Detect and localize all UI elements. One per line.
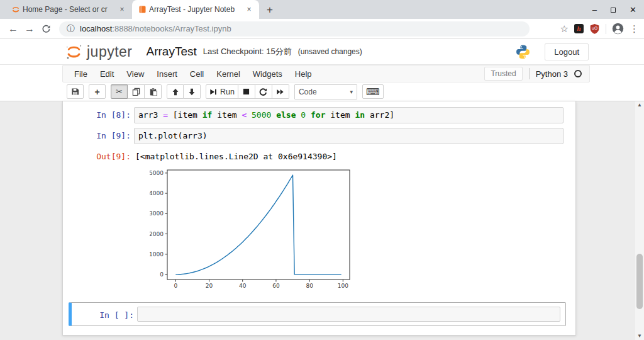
python-logo-icon — [515, 44, 531, 60]
output-row-9: Out[9]: [<matplotlib.lines.Line2D at 0x6… — [63, 149, 575, 161]
jupyter-logo[interactable] — [65, 43, 83, 61]
maximize-icon — [611, 8, 616, 13]
browser-address-bar: ← → ⓘ localhost:8888/notebooks/ArrayTest… — [0, 19, 644, 39]
output-prompt: Out[9]: — [63, 149, 134, 161]
address-bar-actions: ☆ h uO ⋮ — [560, 23, 639, 35]
tab-close-icon[interactable]: × — [244, 4, 254, 14]
url-path: :8888/notebooks/ArrayTest.ipynb — [112, 24, 231, 33]
svg-text:40: 40 — [239, 283, 247, 289]
reload-button[interactable] — [38, 21, 54, 37]
tab-title: ArrayTest - Jupyter Noteb — [149, 5, 242, 14]
unsaved-changes-label: (unsaved changes) — [298, 47, 362, 56]
run-icon — [209, 88, 217, 96]
empty-code-input[interactable] — [137, 307, 560, 322]
menu-view[interactable]: View — [120, 65, 150, 82]
tab-arraytest[interactable]: ArrayTest - Jupyter Noteb × — [132, 0, 259, 19]
menu-insert[interactable]: Insert — [150, 65, 184, 82]
jupyter-header: jupyter ArrayTest Last Checkpoint: 15分前 … — [0, 39, 644, 65]
copy-cell-button[interactable] — [128, 84, 145, 99]
back-button[interactable]: ← — [5, 21, 21, 37]
trusted-badge[interactable]: Trusted — [484, 67, 522, 81]
new-tab-button[interactable]: + — [262, 3, 278, 19]
command-palette-button[interactable]: ⌨ — [362, 84, 384, 99]
add-cell-button[interactable]: + — [89, 84, 106, 99]
arrow-up-icon — [172, 88, 179, 96]
input-prompt: In [9]: — [63, 128, 134, 140]
svg-text:20: 20 — [206, 283, 213, 289]
window-controls: – ✕ — [592, 0, 640, 19]
save-button[interactable] — [67, 84, 84, 99]
menubar-right: Trusted Python 3 — [484, 67, 584, 81]
scrollbar-thumb[interactable] — [636, 254, 643, 309]
code-input-9[interactable]: plt.plot(arr3) — [134, 128, 564, 144]
jupyter-favicon — [11, 5, 20, 14]
svg-text:0: 0 — [160, 271, 164, 278]
notebook-title[interactable]: ArrayTest — [147, 45, 197, 59]
interrupt-kernel-button[interactable] — [238, 84, 255, 99]
menu-file[interactable]: File — [68, 65, 94, 82]
url-host: localhost — [80, 24, 112, 33]
svg-text:100: 100 — [338, 283, 348, 289]
move-cell-up-button[interactable] — [167, 84, 184, 99]
chevron-down-icon: ▾ — [350, 89, 353, 95]
minimize-button[interactable]: – — [592, 5, 597, 14]
menu-edit[interactable]: Edit — [94, 65, 120, 82]
maximize-button[interactable] — [611, 5, 616, 14]
bookmark-star-icon[interactable]: ☆ — [560, 23, 569, 35]
profile-avatar[interactable] — [612, 23, 624, 35]
scroll-up-icon[interactable]: ▲ — [635, 101, 644, 109]
forward-button[interactable]: → — [21, 21, 38, 37]
scroll-down-icon[interactable]: ▼ — [635, 332, 644, 340]
tab-title: Home Page - Select or cr — [23, 5, 114, 14]
save-icon — [71, 88, 79, 96]
ublock-shield-icon[interactable]: uO — [589, 23, 600, 34]
input-prompt: In [8]: — [63, 107, 134, 120]
browser-menu-icon[interactable]: ⋮ — [630, 23, 639, 35]
restart-run-all-button[interactable] — [272, 84, 289, 99]
menu-cell[interactable]: Cell — [184, 65, 210, 82]
stop-icon — [243, 88, 250, 95]
page-info-icon[interactable]: ⓘ — [67, 23, 75, 35]
svg-text:2000: 2000 — [150, 231, 164, 237]
menu-row: File Edit View Insert Cell Kernel Widget… — [0, 65, 644, 82]
svg-text:3000: 3000 — [150, 210, 164, 217]
svg-text:0: 0 — [174, 283, 177, 289]
plus-icon: + — [94, 88, 99, 96]
divider — [529, 68, 530, 79]
jupyter-wordmark[interactable]: jupyter — [87, 43, 133, 60]
divider — [606, 24, 606, 34]
svg-text:uO: uO — [592, 26, 597, 31]
logout-button[interactable]: Logout — [545, 43, 589, 60]
matplotlib-figure: 020406080100010002000300040005000 — [150, 164, 352, 296]
code-cell-8[interactable]: In [8]: arr3 = [item if item < 5000 else… — [63, 107, 575, 123]
restart-icon — [259, 88, 267, 96]
paste-cell-button[interactable] — [145, 84, 162, 99]
reload-icon — [42, 24, 51, 33]
tab-close-icon[interactable]: × — [117, 4, 127, 14]
cut-cell-button[interactable]: ✂ — [111, 84, 128, 99]
notebook-container: In [8]: arr3 = [item if item < 5000 else… — [62, 101, 576, 336]
scrollbar[interactable]: ▲ ▼ — [635, 101, 644, 340]
run-cell-button[interactable]: Run — [206, 84, 238, 99]
menu-help[interactable]: Help — [289, 65, 318, 82]
tab-home-page[interactable]: Home Page - Select or cr × — [5, 0, 132, 19]
selected-empty-cell[interactable]: In [ ]: — [69, 302, 566, 326]
menu-widgets[interactable]: Widgets — [247, 65, 289, 82]
restart-kernel-button[interactable] — [255, 84, 272, 99]
url-field[interactable]: ⓘ localhost:8888/notebooks/ArrayTest.ipy… — [59, 21, 530, 37]
input-prompt: In [ ]: — [72, 309, 137, 320]
code-cell-9[interactable]: In [9]: plt.plot(arr3) — [63, 128, 575, 144]
keyboard-icon: ⌨ — [366, 86, 380, 98]
close-window-button[interactable]: ✕ — [630, 5, 636, 14]
url-text: localhost:8888/notebooks/ArrayTest.ipynb — [80, 24, 231, 33]
output-text: [<matplotlib.lines.Line2D at 0x6e914390>… — [134, 149, 337, 161]
cell-type-select[interactable]: Code ▾ — [294, 84, 357, 99]
move-cell-down-button[interactable] — [184, 84, 201, 99]
code-input-8[interactable]: arr3 = [item if item < 5000 else 0 for i… — [134, 107, 564, 123]
copy-icon — [132, 88, 140, 96]
menu-kernel[interactable]: Kernel — [210, 65, 247, 82]
svg-text:80: 80 — [306, 283, 313, 289]
extension-h-icon[interactable]: h — [574, 24, 584, 33]
kernel-name: Python 3 — [536, 69, 568, 79]
fast-forward-icon — [276, 88, 284, 96]
